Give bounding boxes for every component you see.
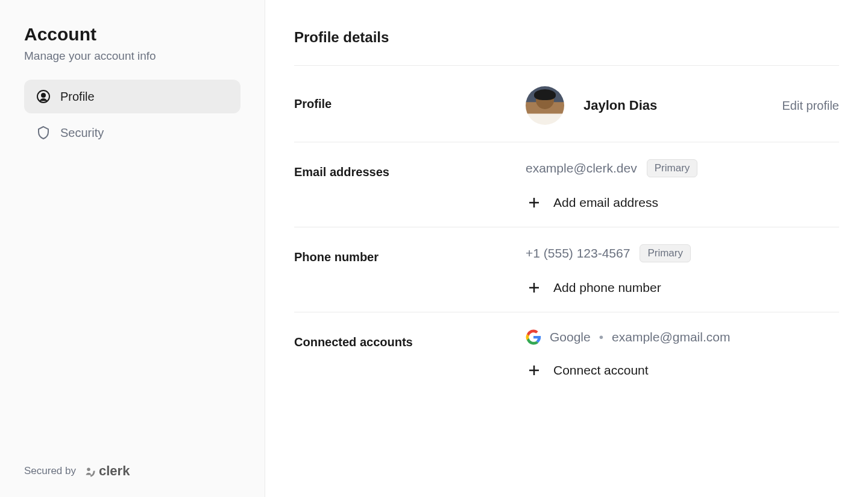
connected-section: Connected accounts Google • example@gmai… [294,312,839,394]
email-value-row: example@clerk.dev Primary [526,159,839,177]
profile-name: Jaylon Dias [583,98,657,113]
sidebar-footer: Secured by clerk [24,463,241,479]
avatar [526,86,564,125]
sidebar-subtitle: Manage your account info [24,49,241,63]
sidebar-item-label: Profile [60,90,95,104]
connected-provider: Google [550,330,591,344]
primary-badge: Primary [640,244,691,262]
sidebar-item-security[interactable]: Security [24,116,241,150]
phone-value: +1 (555) 123-4567 [526,246,630,261]
phone-section-label: Phone number [294,244,526,264]
sidebar-item-profile[interactable]: Profile [24,80,241,113]
primary-badge: Primary [647,159,698,177]
svg-point-3 [87,468,90,472]
add-phone-button[interactable]: Add phone number [526,280,839,295]
phone-value-row: +1 (555) 123-4567 Primary [526,244,839,262]
clerk-logo-icon [82,464,95,478]
clerk-logo: clerk [82,463,130,479]
email-section-label: Email addresses [294,159,526,179]
plus-icon [527,280,541,295]
connect-account-label: Connect account [553,363,649,378]
add-email-label: Add email address [553,195,658,210]
separator-dot: • [599,330,603,344]
email-section: Email addresses example@clerk.dev Primar… [294,142,839,227]
google-icon [526,329,541,345]
sidebar-title: Account [24,24,241,45]
clerk-brand-text: clerk [99,463,130,479]
profile-section: Profile Jaylon Dias Edit profile [294,66,839,142]
connected-account-row: Google • example@gmail.com [526,329,839,345]
add-email-button[interactable]: Add email address [526,195,839,210]
connect-account-button[interactable]: Connect account [526,363,839,378]
profile-info: Jaylon Dias [526,86,657,125]
add-phone-label: Add phone number [553,280,661,295]
profile-section-label: Profile [294,86,526,111]
sidebar-header: Account Manage your account info [24,24,241,80]
main-content: Profile details Profile Jaylon Dias Edit… [265,0,868,497]
connected-email: example@gmail.com [612,330,730,344]
secured-by-text: Secured by [24,465,76,477]
plus-icon [527,363,541,378]
edit-profile-button[interactable]: Edit profile [782,99,840,113]
sidebar-item-label: Security [60,126,104,140]
sidebar: Account Manage your account info Profile… [0,0,265,497]
email-value: example@clerk.dev [526,161,637,176]
svg-point-1 [42,93,45,97]
connected-section-label: Connected accounts [294,329,526,349]
profile-icon [36,89,51,104]
plus-icon [527,195,541,210]
shield-icon [36,125,51,140]
profile-row: Jaylon Dias Edit profile [526,86,839,125]
page-title: Profile details [294,29,839,66]
phone-section: Phone number +1 (555) 123-4567 Primary A… [294,227,839,312]
